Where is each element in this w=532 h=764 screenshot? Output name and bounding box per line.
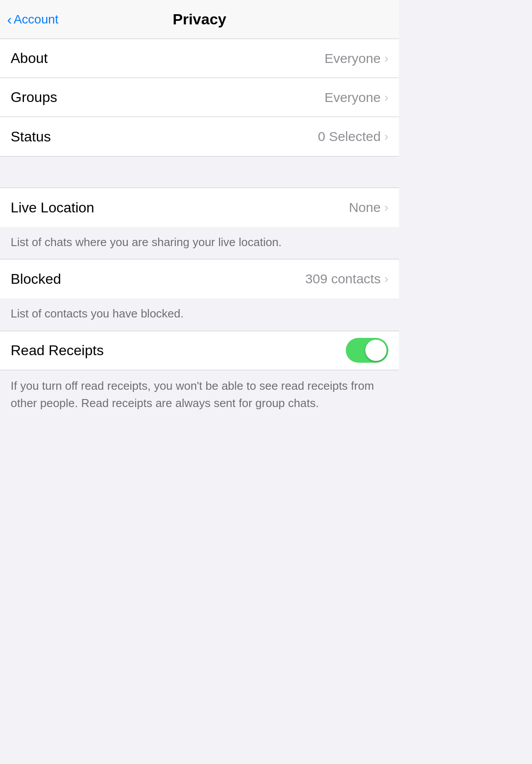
read-receipts-footer: If you turn off read receipts, you won't… (0, 370, 399, 421)
groups-right: Everyone › (325, 90, 388, 105)
read-receipts-footer-text: If you turn off read receipts, you won't… (11, 379, 374, 410)
privacy-settings-group: About Everyone › Groups Everyone › Statu… (0, 39, 399, 156)
blocked-footer-text: List of contacts you have blocked. (11, 307, 184, 320)
section-divider-1 (0, 156, 399, 188)
status-value: 0 Selected (318, 129, 381, 144)
read-receipts-group: Read Receipts (0, 331, 399, 370)
live-location-row[interactable]: Live Location None › (0, 188, 399, 227)
blocked-value: 309 contacts (305, 271, 381, 286)
page-title: Privacy (173, 11, 227, 28)
read-receipts-label: Read Receipts (11, 342, 104, 359)
status-chevron-icon: › (384, 129, 388, 144)
read-receipts-row: Read Receipts (0, 331, 399, 370)
blocked-right: 309 contacts › (305, 271, 388, 286)
back-chevron-icon: ‹ (7, 12, 12, 27)
about-right: Everyone › (325, 51, 388, 66)
live-location-right: None › (349, 200, 388, 215)
back-label: Account (14, 12, 59, 27)
blocked-chevron-icon: › (384, 272, 388, 286)
live-location-value: None (349, 200, 381, 215)
blocked-row[interactable]: Blocked 309 contacts › (0, 259, 399, 298)
blocked-footer: List of contacts you have blocked. (0, 298, 399, 331)
about-row[interactable]: About Everyone › (0, 39, 399, 78)
status-right: 0 Selected › (318, 129, 388, 144)
live-location-group: Live Location None › (0, 188, 399, 227)
groups-label: Groups (11, 89, 57, 106)
live-location-footer-text: List of chats where you are sharing your… (11, 235, 282, 249)
status-label: Status (11, 129, 51, 145)
status-row[interactable]: Status 0 Selected › (0, 117, 399, 156)
toggle-knob (365, 340, 387, 361)
live-location-label: Live Location (11, 200, 94, 216)
about-value: Everyone (325, 51, 381, 66)
about-chevron-icon: › (384, 51, 388, 66)
read-receipts-toggle[interactable] (346, 338, 388, 363)
blocked-label: Blocked (11, 271, 61, 287)
live-location-footer: List of chats where you are sharing your… (0, 227, 399, 259)
groups-row[interactable]: Groups Everyone › (0, 78, 399, 117)
groups-chevron-icon: › (384, 90, 388, 105)
navigation-bar: ‹ Account Privacy (0, 0, 399, 39)
blocked-group: Blocked 309 contacts › (0, 259, 399, 298)
back-button[interactable]: ‹ Account (7, 12, 59, 27)
about-label: About (11, 50, 48, 67)
groups-value: Everyone (325, 90, 381, 105)
live-location-chevron-icon: › (384, 200, 388, 215)
